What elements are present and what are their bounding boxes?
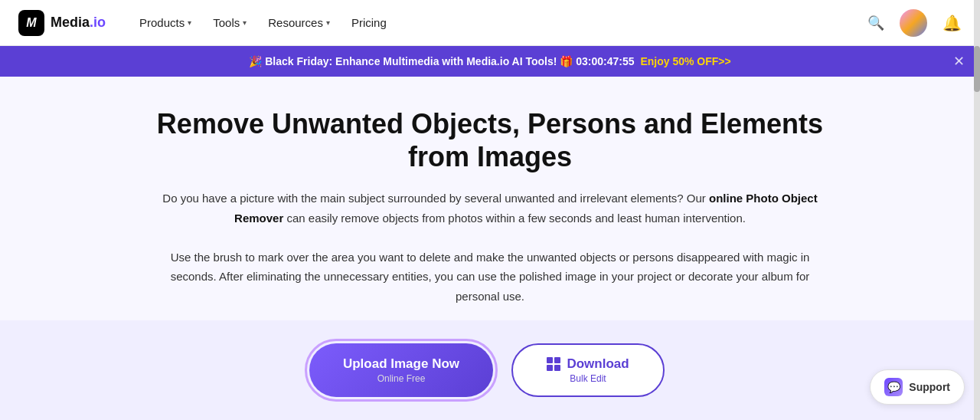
hero-title: Remove Unwanted Objects, Persons and Ele…: [145, 107, 835, 173]
upload-button-sublabel: Online Free: [377, 373, 426, 384]
logo-text: Media.io: [51, 15, 106, 31]
nav-item-products[interactable]: Products ▾: [130, 10, 201, 35]
banner-text: 🎉 Black Friday: Enhance Multimedia with …: [249, 55, 730, 67]
logo[interactable]: M Media.io: [18, 10, 106, 36]
support-label: Support: [909, 381, 950, 393]
scrollbar[interactable]: [974, 0, 980, 420]
chevron-down-icon: ▾: [188, 18, 191, 27]
download-button[interactable]: Download Bulk Edit: [511, 343, 665, 397]
banner-main-text: Black Friday: Enhance Multimedia with Me…: [265, 55, 557, 67]
hero-description: Do you have a picture with the main subj…: [161, 189, 819, 306]
promo-banner: 🎉 Black Friday: Enhance Multimedia with …: [0, 46, 980, 77]
banner-cta[interactable]: Enjoy 50% OFF>>: [640, 55, 730, 67]
nav-items: Products ▾ Tools ▾ Resources ▾ Pricing: [130, 10, 867, 35]
download-button-top: Download: [547, 356, 629, 372]
search-icon[interactable]: 🔍: [867, 15, 884, 31]
close-icon[interactable]: ✕: [953, 53, 965, 70]
cta-section: Upload Image Now Online Free Download Bu…: [0, 320, 974, 420]
nav-item-resources[interactable]: Resources ▾: [259, 10, 339, 35]
nav-item-pricing[interactable]: Pricing: [342, 10, 396, 35]
bell-icon[interactable]: 🔔: [942, 14, 962, 32]
navbar: M Media.io Products ▾ Tools ▾ Resources …: [0, 0, 980, 46]
upload-button-label: Upload Image Now: [343, 356, 459, 372]
nav-item-tools[interactable]: Tools ▾: [204, 10, 256, 35]
chevron-down-icon: ▾: [243, 18, 247, 27]
nav-right: 🔍 🔔: [867, 9, 962, 37]
download-button-sublabel: Bulk Edit: [570, 373, 606, 384]
upload-button[interactable]: Upload Image Now Online Free: [309, 343, 493, 397]
windows-icon: [547, 357, 560, 371]
scrollbar-thumb[interactable]: [974, 46, 980, 92]
support-button[interactable]: 💬 Support: [870, 369, 965, 405]
download-button-label: Download: [567, 356, 629, 372]
logo-icon: M: [18, 10, 44, 36]
main-content: Remove Unwanted Objects, Persons and Ele…: [0, 77, 980, 322]
chevron-down-icon: ▾: [326, 18, 330, 27]
banner-timer: 03:00:47:55: [576, 55, 634, 67]
support-icon: 💬: [884, 378, 903, 396]
avatar[interactable]: [900, 9, 927, 37]
